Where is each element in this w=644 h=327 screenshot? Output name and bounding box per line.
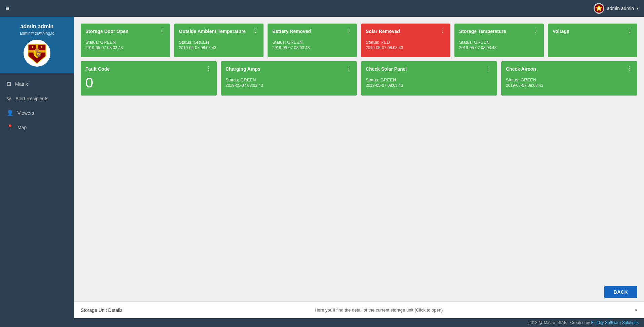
card-menu-button[interactable]: ⋮ [626,28,633,34]
card-status: Status: GREEN [459,40,539,45]
card-menu-button[interactable]: ⋮ [346,28,352,34]
sidebar-username: admin admin [21,24,54,30]
card-title: Check Aircon [506,66,626,72]
cards-row1: Storage Door Open ⋮ Status: GREEN 2019-0… [81,24,637,57]
card-status: Status: GREEN [506,77,633,82]
card-menu-button[interactable]: ⋮ [626,66,633,71]
card-battery-removed: Battery Removed ⋮ Status: GREEN 2019-05-… [268,24,357,57]
card-menu-button[interactable]: ⋮ [252,28,259,34]
card-header: Voltage ⋮ [553,28,633,34]
card-timestamp: 2019-05-07 08:03:43 [226,83,352,88]
card-solar-removed: Solar Removed ⋮ Status: RED 2019-05-07 0… [361,24,450,57]
user-avatar-small [594,3,604,14]
card-timestamp: 2019-05-07 08:03:43 [459,45,539,50]
card-title: Voltage [553,28,626,34]
card-storage-temperature: Storage Temperature ⋮ Status: GREEN 2019… [454,24,544,57]
card-status: Status: GREEN [226,77,352,82]
cards-row2: Fault Code ⋮ 0 Charging Amps ⋮ Status: G… [81,61,637,96]
sidebar-profile: admin admin admin@thatthing.io 🦁 [0,17,74,73]
card-header: Fault Code ⋮ [85,66,212,72]
sidebar-nav: ⊞ Matrix ⚙ Alert Recipients 👤 Viewers 📍 … [0,73,74,138]
sidebar-email: admin@thatthing.io [19,31,54,36]
card-charging-amps: Charging Amps ⋮ Status: GREEN 2019-05-07… [221,61,357,96]
bottom-bar-description: Here you'll find the detail of the curre… [123,307,635,313]
card-title: Outside Ambient Temperature [179,28,252,34]
card-header: Check Solar Panel ⋮ [366,66,492,72]
card-title: Fault Code [85,66,205,72]
chevron-down-icon: ▾ [637,6,639,11]
card-header: Battery Removed ⋮ [272,28,352,34]
content-area: Storage Door Open ⋮ Status: GREEN 2019-0… [74,17,644,318]
sidebar-item-matrix[interactable]: ⊞ Matrix [0,77,74,91]
card-title: Check Solar Panel [366,66,486,72]
sidebar-item-map[interactable]: 📍 Map [0,120,74,135]
card-title: Charging Amps [226,66,346,72]
bottom-bar[interactable]: Storage Unit Details Here you'll find th… [74,301,644,318]
sidebar-item-map-label: Map [17,125,27,130]
sidebar-avatar: 🦁 [24,40,50,67]
footer-link[interactable]: Fluidity Software Solutions [591,320,639,325]
card-timestamp: 2019-05-07 08:03:43 [366,83,492,88]
map-icon: 📍 [7,124,13,131]
card-status: Status: GREEN [85,40,165,45]
card-title: Storage Temperature [459,28,532,34]
card-status: Status: RED [366,40,446,45]
card-value: 0 [85,75,212,91]
sidebar: admin admin admin@thatthing.io 🦁 [0,17,74,318]
card-check-aircon: Check Aircon ⋮ Status: GREEN 2019-05-07 … [501,61,637,96]
main-layout: admin admin admin@thatthing.io 🦁 [0,17,644,318]
card-title: Storage Door Open [85,28,159,34]
card-menu-button[interactable]: ⋮ [205,66,212,71]
card-header: Storage Door Open ⋮ [85,28,165,34]
card-header: Check Aircon ⋮ [506,66,633,72]
card-outside-ambient-temperature: Outside Ambient Temperature ⋮ Status: GR… [174,24,264,57]
card-title: Solar Removed [366,28,439,34]
viewers-icon: 👤 [7,110,13,116]
coat-of-arms-icon: 🦁 [25,41,49,65]
svg-point-2 [598,7,600,10]
card-status: Status: GREEN [179,40,259,45]
card-timestamp: 2019-05-07 08:03:43 [272,45,352,50]
card-menu-button[interactable]: ⋮ [439,28,446,34]
card-timestamp: 2019-05-07 08:03:43 [366,45,446,50]
card-fault-code: Fault Code ⋮ 0 [81,61,217,96]
hamburger-icon[interactable]: ≡ [5,5,9,12]
user-menu[interactable]: admin admin ▾ [594,3,639,14]
sidebar-item-alert-recipients[interactable]: ⚙ Alert Recipients [0,91,74,106]
coat-of-arms-small-icon [594,4,604,13]
card-menu-button[interactable]: ⋮ [346,66,352,71]
svg-text:🦁: 🦁 [35,51,42,58]
card-status: Status: GREEN [272,40,352,45]
card-menu-button[interactable]: ⋮ [486,66,492,71]
card-check-solar-panel: Check Solar Panel ⋮ Status: GREEN 2019-0… [361,61,497,96]
card-menu-button[interactable]: ⋮ [532,28,539,34]
footer: 2018 @ Malawi SIAB - Created by Fluidity… [0,318,644,327]
card-timestamp: 2019-05-07 08:03:43 [179,45,259,50]
bottom-bar-title: Storage Unit Details [81,307,123,313]
card-header: Solar Removed ⋮ [366,28,446,34]
card-timestamp: 2019-05-07 08:03:43 [85,45,165,50]
card-header: Charging Amps ⋮ [226,66,352,72]
card-header: Storage Temperature ⋮ [459,28,539,34]
sidebar-item-matrix-label: Matrix [15,81,28,87]
sidebar-item-alert-recipients-label: Alert Recipients [15,96,48,101]
content-main: Storage Door Open ⋮ Status: GREEN 2019-0… [74,17,644,283]
top-navbar: ≡ admin admin ▾ [0,0,644,17]
card-voltage: Voltage ⋮ [548,24,637,57]
footer-text: 2018 @ Malawi SIAB - Created by [528,320,591,325]
bottom-bar-chevron-icon: ▾ [635,307,637,313]
matrix-icon: ⊞ [7,81,11,87]
card-menu-button[interactable]: ⋮ [159,28,165,34]
card-status: Status: GREEN [366,77,492,82]
user-name-label: admin admin [607,6,634,11]
sidebar-item-viewers[interactable]: 👤 Viewers [0,106,74,120]
card-header: Outside Ambient Temperature ⋮ [179,28,259,34]
card-timestamp: 2019-05-07 08:03:43 [506,83,633,88]
back-button[interactable]: BACK [604,286,637,298]
alert-recipients-icon: ⚙ [7,95,11,102]
sidebar-item-viewers-label: Viewers [17,110,34,116]
card-storage-door-open: Storage Door Open ⋮ Status: GREEN 2019-0… [81,24,170,57]
back-button-container: BACK [74,283,644,301]
card-title: Battery Removed [272,28,346,34]
